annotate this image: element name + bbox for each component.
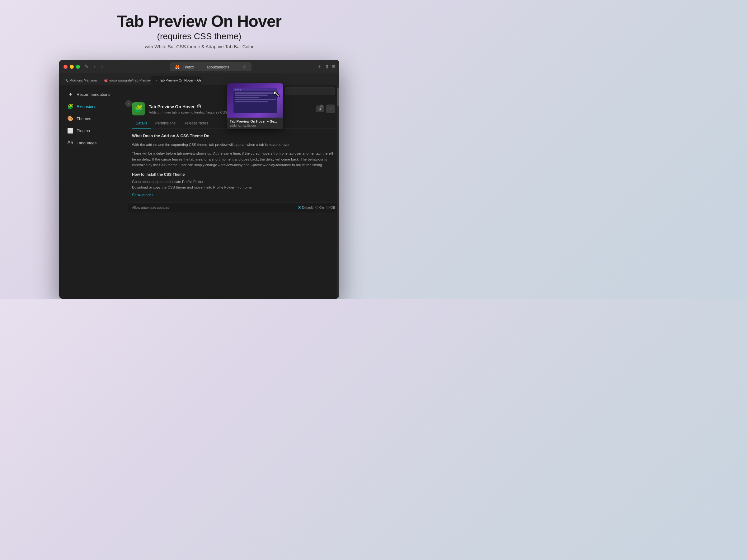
tab-github[interactable]: 🐙 easonwong-de/Tab-Preview-C... [101, 76, 151, 85]
tab-github-label: easonwong-de/Tab-Preview-C... [109, 78, 151, 82]
radio-default-label: Default [302, 206, 313, 209]
preview-line-1 [235, 92, 276, 94]
plugins-icon: ⬜ [67, 128, 74, 134]
hero-title: Tab Preview On Hover [117, 12, 281, 30]
tab-preview-image: ↖ [227, 83, 283, 117]
forward-button[interactable]: › [100, 64, 104, 69]
radio-default[interactable]: Default [298, 206, 313, 209]
preview-dot-1 [235, 89, 236, 90]
radio-off[interactable]: Off [327, 206, 335, 209]
tab-preview-hover-label: Tab Preview On Hover – Get th... [159, 78, 201, 82]
tab-preview-hover[interactable]: × Tab Preview On Hover – Get th... [151, 76, 201, 85]
radio-group: Default On Off [298, 206, 335, 209]
preview-bar [233, 88, 277, 91]
address-pill[interactable]: 🦊 Firefox about:addons ☆ [170, 62, 252, 71]
tab-close-icon[interactable]: × [156, 79, 157, 82]
preview-dot-3 [240, 89, 241, 90]
sidebar-label-plugins: Plugins [77, 129, 90, 133]
browser-window: ✎ ‹ › 🦊 Firefox about:addons ☆ ＋ ⬆ ≡ 🔧 A… [59, 60, 339, 299]
radio-on[interactable]: On [315, 206, 324, 209]
detail-para2: There will be a delay before tab preview… [132, 151, 335, 168]
tab-release-notes-label: Release Notes [184, 121, 208, 125]
edit-icon[interactable]: ✎ [83, 64, 89, 69]
address-firefox-label: Firefox [183, 65, 194, 70]
detail-para1: With the add-on and the supporting CSS t… [132, 142, 335, 148]
install-section: How to Install the CSS Theme Go to about… [132, 172, 335, 190]
sidebar-item-recommendations[interactable]: ✦ Recommendations [61, 88, 126, 101]
hero-section: Tab Preview On Hover (requires CSS theme… [111, 0, 288, 57]
detail-heading: What Does the Add-on & CSS Theme Do [132, 133, 335, 139]
share-button[interactable]: ⬆ [325, 64, 329, 70]
sidebar: ‹ ✦ Recommendations 🧩 Extensions 🎨 Theme… [59, 85, 128, 299]
updates-bar: Allow automatic updates Default On [128, 203, 339, 212]
preview-dot-2 [237, 89, 239, 90]
tab-release-notes[interactable]: Release Notes [180, 118, 212, 129]
tab-preview-info: Tab Preview On Hover – Ge... addons.mozi… [227, 117, 283, 129]
updates-label: Allow automatic updates [132, 206, 169, 209]
maximize-button[interactable] [76, 65, 80, 69]
sidebar-item-languages[interactable]: Aa Languages [61, 137, 126, 149]
scrollbar-track[interactable] [337, 85, 339, 299]
recommendations-icon: ✦ [67, 91, 74, 97]
install-step1: Go to about:support and locate Profile F… [132, 179, 335, 185]
menu-button[interactable]: ≡ [332, 64, 335, 70]
tab-addons-manager[interactable]: 🔧 Add-ons Manager [61, 76, 100, 85]
preview-inner [233, 88, 277, 113]
extension-more-button[interactable]: ⋯ [326, 105, 335, 113]
show-more-link[interactable]: Show more › [132, 192, 153, 198]
chevron-right-icon: › [152, 192, 153, 198]
star-icon: ☆ [242, 64, 247, 70]
gear-icon[interactable]: ⚙ [319, 104, 324, 109]
find-input[interactable] [285, 87, 335, 95]
preview-content [233, 91, 277, 105]
tab-permissions[interactable]: Permissions [152, 118, 179, 129]
detail-content: What Does the Add-on & CSS Theme Do With… [128, 129, 339, 203]
radio-on-circle [315, 206, 318, 209]
tab-preview-title: Tab Preview On Hover – Ge... [230, 119, 281, 123]
addons-manager-favicon: 🔧 [65, 79, 69, 82]
traffic-lights [63, 65, 80, 69]
show-more-label: Show more [132, 192, 151, 198]
languages-icon: Aa [67, 140, 74, 145]
extension-actions: ⚙ ● ⋯ [316, 105, 335, 113]
new-tab-button[interactable]: ＋ [317, 63, 322, 70]
install-title: How to Install the CSS Theme [132, 172, 335, 178]
close-button[interactable] [63, 65, 68, 69]
tab-preview-url: addons.mozilla.org [230, 124, 281, 127]
preview-line-4 [235, 99, 276, 100]
extension-name-text: Tab Preview On Hover [149, 104, 195, 109]
sidebar-label-recommendations: Recommendations [77, 92, 110, 97]
sidebar-label-languages: Languages [77, 141, 97, 145]
tab-addons-manager-label: Add-ons Manager [70, 78, 97, 82]
address-url: about:addons [207, 65, 229, 70]
hero-description: with White Sur CSS theme & Adaptive Tab … [117, 44, 281, 49]
cursor-arrow-icon: ↖ [273, 89, 280, 98]
sidebar-label-themes: Themes [77, 116, 91, 121]
tabs-bar: 🔧 Add-ons Manager 🐙 easonwong-de/Tab-Pre… [59, 74, 339, 85]
content-area: ‹ ✦ Recommendations 🧩 Extensions 🎨 Theme… [59, 85, 339, 299]
toolbar-right: ＋ ⬆ ≡ [317, 63, 335, 70]
radio-off-circle [327, 206, 330, 209]
install-step2: Download or copy the CSS theme and move … [132, 185, 335, 190]
preview-line-5 [235, 101, 268, 102]
sidebar-item-plugins[interactable]: ⬜ Plugins [61, 125, 126, 137]
minimize-button[interactable] [70, 65, 74, 69]
radio-on-label: On [319, 206, 324, 209]
updates-controls: Default On Off [298, 206, 335, 209]
preview-line-3 [235, 97, 259, 98]
sidebar-label-extensions: Extensions [77, 104, 97, 109]
radio-off-label: Off [331, 206, 335, 209]
sidebar-item-themes[interactable]: 🎨 Themes [61, 113, 126, 125]
sidebar-item-extensions[interactable]: 🧩 Extensions [61, 101, 126, 113]
scrollbar-thumb[interactable] [337, 88, 339, 106]
tab-details[interactable]: Details [132, 118, 151, 129]
extension-icon: 🧩 [132, 102, 145, 115]
themes-icon: 🎨 [67, 116, 74, 122]
tab-preview-tooltip: ↖ Tab Preview On Hover – Ge... addons.mo… [227, 83, 283, 129]
preview-line-2 [235, 95, 268, 96]
title-bar: ✎ ‹ › 🦊 Firefox about:addons ☆ ＋ ⬆ ≡ [59, 60, 339, 74]
github-favicon: 🐙 [104, 79, 108, 82]
back-button[interactable]: ‹ [93, 64, 97, 69]
firefox-icon: 🦊 [175, 64, 180, 70]
address-bar[interactable]: 🦊 Firefox about:addons ☆ [107, 62, 314, 71]
